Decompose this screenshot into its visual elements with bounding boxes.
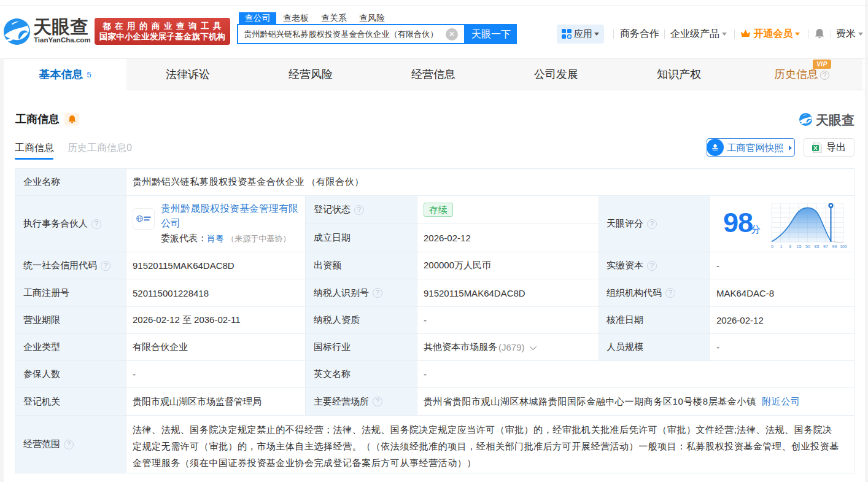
svg-text:85: 85 xyxy=(815,244,820,249)
svg-text:3: 3 xyxy=(789,244,791,249)
svg-text:15: 15 xyxy=(797,244,802,249)
svg-text:100: 100 xyxy=(840,244,847,249)
svg-text:99: 99 xyxy=(832,244,837,249)
svg-text:50: 50 xyxy=(805,244,810,249)
svg-text:1: 1 xyxy=(780,244,783,249)
svg-text:97: 97 xyxy=(823,244,828,249)
svg-text:0: 0 xyxy=(771,244,773,249)
